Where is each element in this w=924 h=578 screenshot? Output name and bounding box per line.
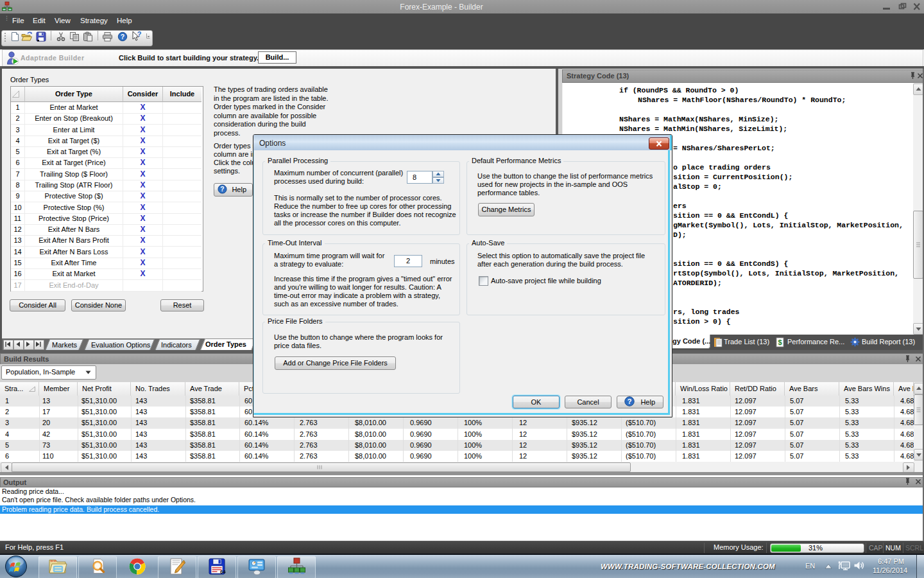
svg-text:?: ? bbox=[220, 186, 224, 193]
svg-text:?: ? bbox=[137, 31, 142, 38]
svg-text:$: $ bbox=[778, 338, 782, 346]
svg-text:?: ? bbox=[627, 398, 631, 405]
svg-text:?: ? bbox=[121, 33, 124, 40]
svg-text:64·: 64· bbox=[220, 569, 226, 575]
